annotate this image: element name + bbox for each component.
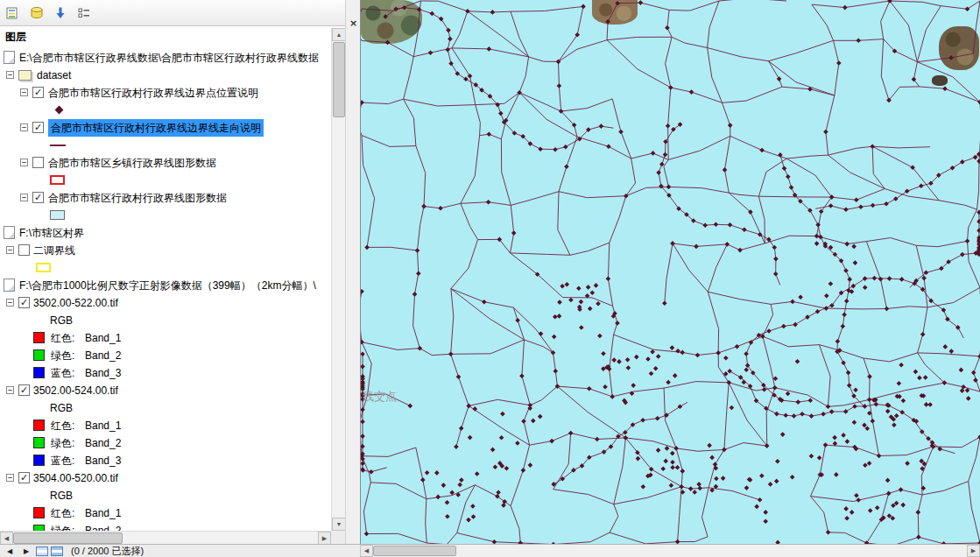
band-color-swatch [33,420,45,431]
toc-row-band: 红色:Band_1 [0,329,331,347]
map-scroll-thumb[interactable] [373,546,456,556]
band-value: Band_1 [85,504,121,522]
toc-row-symbol [0,172,331,189]
document-icon [4,278,15,292]
band-name: 红色: [51,329,74,347]
scroll-right-button[interactable]: ▶ [318,532,331,545]
band-name: 绿色: [51,347,74,364]
layer-checkbox[interactable]: ✓ [18,472,30,483]
band-value: Band_2 [85,347,121,364]
scrollbar-corner [331,531,345,544]
toc-panel-title: 图层 [0,26,331,46]
band-value: Band_2 [85,434,121,452]
toc-row-band: 红色:Band_1 [0,504,331,522]
scroll-down-button[interactable]: ▼ [332,518,346,531]
layer-checkbox[interactable]: ✓ [32,87,44,98]
toc-toolbar [0,0,345,26]
show-selected-records-icon[interactable] [51,546,63,556]
band-value: Band_1 [85,417,121,434]
legend-symbol-rect-yellow[interactable] [36,263,51,272]
close-toc-button[interactable]: × [348,18,359,29]
scroll-left-button[interactable]: ◀ [0,532,13,545]
list-by-source-button[interactable] [26,3,47,24]
toc-row-band: 绿色:Band_2 [0,434,331,452]
layer-checkbox[interactable]: ✓ [18,297,30,308]
toc-row-layer: −二调界线 [0,242,331,259]
map-view[interactable]: 线交点 [360,0,980,544]
toc-row-symbol [0,102,331,119]
layer-label[interactable]: 合肥市市辖区行政村行政界线图形数据 [48,189,227,207]
list-by-visibility-button[interactable] [50,3,71,24]
layer-label[interactable]: 合肥市市辖区行政村行政界线边界线走向说明 [48,119,264,137]
band-value: Band_3 [85,452,121,469]
toc-row-band: 蓝色:Band_3 [0,364,331,382]
toc-row-source: E:\合肥市市辖区行政界线数据\合肥市市辖区行政村行政界线数据 [0,49,331,67]
expander-icon[interactable]: − [6,71,14,79]
layer-label[interactable]: 3504.00-520.00.tif [33,469,118,487]
layer-checkbox[interactable] [32,157,44,168]
layer-label[interactable]: 3502.00-522.00.tif [33,294,118,312]
band-name: 绿色: [51,522,74,531]
rgb-composite-label: RGB [50,312,73,329]
expander-icon[interactable]: − [6,299,14,307]
list-by-visibility-icon [53,6,67,20]
expander-icon[interactable]: − [20,88,28,96]
list-by-drawing-order-button[interactable] [3,3,24,24]
band-name: 红色: [51,504,74,522]
legend-symbol-rect-red[interactable] [50,175,65,185]
toc-row-band: 红色:Band_1 [0,417,331,434]
horizontal-scroll-thumb[interactable] [13,532,123,544]
expander-icon[interactable]: − [20,194,28,201]
layer-label[interactable]: 二调界线 [33,242,75,259]
toc-options-button[interactable] [74,3,95,24]
layer-label[interactable]: 合肥市市辖区乡镇行政界线图形数据 [48,154,216,172]
layer-label[interactable]: 3502.00-524.00.tif [33,382,118,399]
layer-checkbox[interactable]: ✓ [32,192,44,203]
band-value: Band_2 [85,522,121,531]
map-scroll-right-button[interactable]: ▶ [967,545,980,557]
layer-checkbox[interactable]: ✓ [18,384,30,396]
toc-row-rgb: RGB [0,399,331,417]
scroll-up-button[interactable]: ▲ [332,28,346,41]
layer-label[interactable]: 合肥市市辖区行政村行政界线边界点位置说明 [48,84,258,102]
layer-checkbox[interactable] [18,244,30,256]
band-color-swatch [33,437,45,448]
group-label[interactable]: dataset [37,67,71,84]
toc-row-band: 绿色:Band_2 [0,347,331,364]
map-scroll-left-button[interactable]: ◀ [360,545,373,557]
selection-count-text: (0 / 2000 已选择) [71,545,144,557]
expander-icon[interactable]: − [6,246,14,254]
legend-symbol-rect-cyan[interactable] [50,210,65,220]
vertical-scroll-thumb[interactable] [333,42,345,117]
legend-symbol-line[interactable] [50,145,66,146]
document-icon [4,51,15,64]
expander-icon[interactable]: − [20,123,28,131]
previous-record-button[interactable]: ◀ [3,546,17,557]
toc-row-layer: −✓3502.00-524.00.tif [0,382,331,399]
legend-symbol-diamond[interactable] [55,106,64,115]
rgb-composite-label: RGB [50,399,73,417]
expander-icon[interactable]: − [6,474,14,482]
attribute-status-bar: ◀ ▶ (0 / 2000 已选择) [0,544,360,557]
toc-row-symbol [0,207,331,224]
map-horizontal-scrollbar: ◀ ▶ [360,544,980,557]
rgb-composite-label: RGB [50,487,73,504]
toc-row-rgb: RGB [0,312,331,329]
toc-divider: × [345,0,360,544]
arcmap-window: 图层 E:\合肥市市辖区行政界线数据\合肥市市辖区行政村行政界线数据−datas… [0,0,980,557]
map-partial-label: 线交点 [363,389,397,405]
source-path-label[interactable]: F:\合肥市1000比例尺数字正射影像数据（399幅）（2km分幅）\ [19,277,316,294]
band-color-swatch [33,525,45,531]
band-name: 绿色: [51,434,74,452]
source-path-label[interactable]: E:\合肥市市辖区行政界线数据\合肥市市辖区行政村行政界线数据 [19,49,319,67]
toc-row-layer: −✓合肥市市辖区行政村行政界线图形数据 [0,189,331,207]
layer-checkbox[interactable]: ✓ [32,122,44,133]
show-all-records-icon[interactable] [36,546,48,556]
source-path-label[interactable]: F:\市辖区村界 [19,224,84,242]
next-record-button[interactable]: ▶ [19,546,33,557]
toc-tree: E:\合肥市市辖区行政界线数据\合肥市市辖区行政村行政界线数据−dataset−… [0,46,331,531]
expander-icon[interactable]: − [20,159,28,166]
expander-icon[interactable]: − [6,386,14,394]
toc-row-layer: −✓3502.00-522.00.tif [0,294,331,312]
toc-row-source: F:\合肥市1000比例尺数字正射影像数据（399幅）（2km分幅）\ [0,277,331,294]
